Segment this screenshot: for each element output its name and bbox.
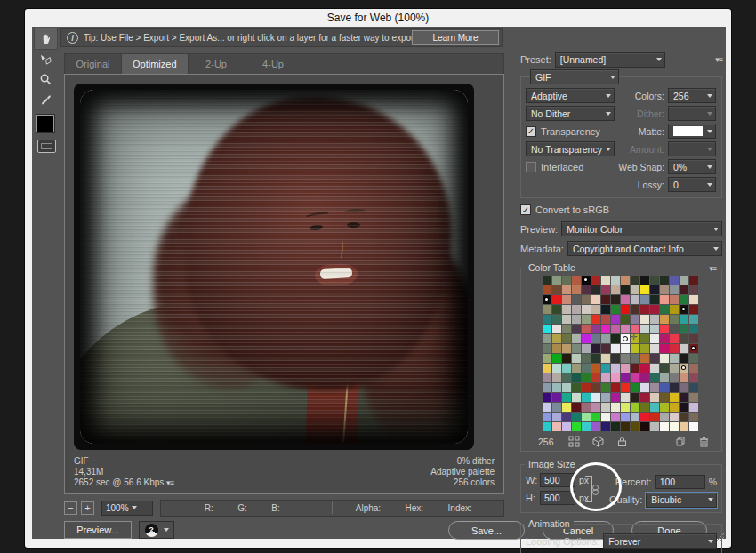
zoom-level-select[interactable]: 100% [101,501,153,516]
color-swatch[interactable] [591,315,600,324]
color-swatch[interactable] [680,315,688,324]
color-swatch[interactable] [562,295,571,304]
color-swatch[interactable] [631,354,639,363]
color-swatch[interactable] [631,276,639,285]
color-swatch[interactable] [572,403,581,412]
color-swatch[interactable] [640,354,649,363]
color-swatch[interactable] [689,422,698,431]
color-swatch[interactable] [562,315,571,324]
color-swatch[interactable] [572,276,581,285]
color-swatch[interactable] [611,403,620,412]
color-swatch[interactable] [582,403,591,412]
color-swatch[interactable] [680,285,688,294]
color-swatch[interactable] [640,344,649,353]
color-swatch[interactable] [640,373,649,382]
color-swatch[interactable] [601,305,610,314]
color-swatch[interactable] [640,393,649,402]
color-swatch[interactable] [543,383,551,392]
color-swatch[interactable] [670,334,679,343]
color-swatch[interactable] [640,334,649,343]
color-swatch[interactable] [660,354,669,363]
color-swatch[interactable] [591,364,600,373]
color-swatch[interactable] [631,422,639,431]
color-swatch[interactable] [543,373,551,382]
color-swatch[interactable] [601,383,610,392]
color-swatch[interactable] [591,393,600,402]
color-swatch[interactable] [621,315,630,324]
color-swatch[interactable] [601,325,610,333]
dither-method-select[interactable]: No Dither [526,106,615,121]
color-swatch[interactable] [631,344,639,353]
color-swatch[interactable] [670,403,679,412]
color-swatch[interactable] [572,354,581,363]
color-swatch[interactable] [650,393,659,402]
color-swatch[interactable] [689,344,698,353]
color-swatch[interactable] [670,305,679,314]
lock-color-icon[interactable] [616,436,628,447]
color-swatch[interactable] [572,344,581,353]
color-swatch[interactable] [601,354,610,363]
new-color-icon[interactable] [674,436,686,447]
color-swatch[interactable] [572,305,581,314]
color-swatch[interactable] [582,344,591,353]
color-swatch[interactable] [601,276,610,285]
convert-srgb-checkbox[interactable] [520,204,531,215]
color-swatch[interactable] [689,413,698,421]
color-swatch[interactable] [572,334,581,343]
color-swatch[interactable] [631,373,639,382]
color-swatch[interactable] [660,393,669,402]
color-swatch[interactable] [660,285,669,294]
color-swatch[interactable] [640,276,649,285]
color-swatch[interactable] [582,373,591,382]
color-swatch[interactable] [601,413,610,421]
color-swatch[interactable] [552,305,561,314]
format-select[interactable]: GIF [530,69,619,84]
height-field[interactable]: 500 [540,491,575,505]
color-swatch[interactable] [591,305,600,314]
color-swatch[interactable] [621,413,630,421]
color-swatch[interactable] [611,295,620,304]
color-swatch[interactable] [591,354,600,363]
color-swatch[interactable] [689,285,698,294]
lossy-select[interactable]: 0 [668,177,716,192]
color-swatch[interactable] [660,305,669,314]
color-swatch[interactable] [621,344,630,353]
color-swatch[interactable] [621,373,630,382]
color-swatch[interactable] [611,354,620,363]
color-swatch[interactable] [621,393,630,402]
color-swatch[interactable] [601,334,610,343]
color-swatch[interactable] [660,422,669,431]
color-swatch[interactable] [572,393,581,402]
color-swatch[interactable] [572,285,581,294]
color-swatch[interactable] [689,403,698,412]
color-swatch[interactable] [552,334,561,343]
color-swatch[interactable] [543,403,551,412]
color-swatch[interactable] [670,354,679,363]
web-snap-select[interactable]: 0% [668,159,716,174]
color-swatch[interactable] [621,422,630,431]
color-swatch[interactable] [640,422,649,431]
color-swatch[interactable] [670,364,679,373]
color-swatch[interactable] [640,285,649,294]
color-swatch[interactable] [552,285,561,294]
color-swatch[interactable] [582,422,591,431]
chain-link-icon[interactable] [592,485,599,494]
color-swatch[interactable] [680,364,688,373]
color-swatch[interactable] [689,383,698,392]
color-swatch[interactable] [611,305,620,314]
colors-select[interactable]: 256 [668,88,716,103]
zoom-in-button[interactable]: + [81,501,94,515]
color-table-menu-icon[interactable]: ▾≡ [707,264,718,273]
color-swatch[interactable] [601,403,610,412]
interlaced-checkbox[interactable] [526,162,536,172]
color-swatch[interactable] [650,276,659,285]
color-swatch[interactable] [562,393,571,402]
color-swatch[interactable] [552,354,561,363]
color-swatch[interactable] [562,325,571,333]
color-swatch[interactable] [582,354,591,363]
color-swatch[interactable] [621,295,630,304]
color-swatch[interactable] [611,285,620,294]
color-swatch[interactable] [611,325,620,333]
color-swatch[interactable] [689,393,698,402]
color-swatch[interactable] [582,413,591,421]
